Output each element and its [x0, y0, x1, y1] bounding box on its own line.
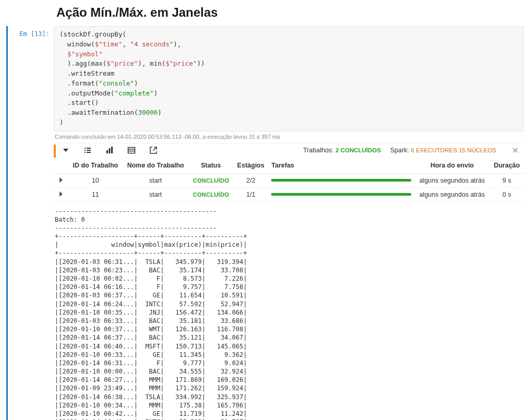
jobs-label: Trabalhos:	[303, 147, 334, 154]
code-input[interactable]: (stockDf.groupBy( window($"time", "4 sec…	[54, 26, 524, 131]
cell-id: 11	[68, 187, 123, 201]
progress-bar	[271, 179, 411, 182]
col-duration: Duração	[490, 159, 524, 174]
open-external-icon[interactable]	[149, 146, 158, 155]
status-badge: CONCLUÍDO	[193, 191, 229, 198]
col-tasks: Tarefas	[268, 159, 414, 174]
svg-rect-6	[106, 150, 108, 153]
cell-submitted: alguns segundos atrás	[414, 187, 490, 201]
expand-row-icon[interactable]	[59, 177, 63, 183]
progress-bar	[271, 193, 411, 196]
svg-rect-9	[128, 148, 135, 153]
table-view-icon[interactable]	[127, 146, 136, 155]
cell-stages: 2/2	[233, 173, 268, 187]
svg-rect-1	[87, 148, 91, 149]
svg-rect-4	[85, 152, 86, 153]
cell-duration: 9 s	[490, 173, 524, 187]
col-status: Status	[189, 159, 233, 174]
svg-rect-7	[109, 148, 111, 153]
cell-submitted: alguns segundos atrás	[414, 173, 490, 187]
svg-rect-3	[87, 150, 91, 151]
svg-rect-5	[87, 152, 91, 153]
page-title: Ação Mín./Máx. em Janelas	[56, 5, 528, 20]
cell-duration: 0 s	[490, 187, 524, 201]
cell-name: start	[123, 173, 189, 187]
list-view-icon[interactable]	[83, 146, 92, 155]
close-icon[interactable]: ✕	[510, 146, 521, 155]
svg-rect-2	[85, 150, 86, 151]
svg-rect-0	[85, 148, 86, 149]
console-output: ----------------------------------------…	[54, 202, 524, 421]
table-row: 11startCONCLUÍDO1/1alguns segundos atrás…	[54, 187, 524, 201]
col-id: ID do Trabalho	[68, 159, 123, 174]
cell-id: 10	[68, 173, 123, 187]
col-expand	[54, 159, 68, 174]
execution-info: Comando concluído em 14-01-2020 00:53:56…	[54, 131, 524, 143]
cell-name: start	[123, 187, 189, 201]
col-stages: Estágios	[233, 159, 268, 174]
spark-label: Spark:	[390, 147, 409, 154]
table-row: 10startCONCLUÍDO2/2alguns segundos atrás…	[54, 173, 524, 187]
cell-stages: 1/1	[233, 187, 268, 201]
input-prompt: Em [13]:	[8, 26, 54, 38]
spark-info[interactable]: 6 EXECUTORES 15 NÚCLEOS	[411, 147, 496, 153]
cell: Em [13]: (stockDf.groupBy( window($"time…	[6, 26, 528, 420]
col-name: Nome do Trabalho	[123, 159, 189, 174]
svg-rect-8	[111, 147, 113, 153]
status-badge: CONCLUÍDO	[193, 177, 229, 184]
bar-chart-icon[interactable]	[105, 146, 114, 155]
jobs-count[interactable]: 2 CONCLUÍDOS	[335, 147, 381, 153]
jobs-table: ID do Trabalho Nome do Trabalho Status E…	[54, 159, 524, 202]
jobs-bar: Trabalhos: 2 CONCLUÍDOS Spark: 6 EXECUTO…	[54, 145, 524, 158]
collapse-toggle-icon[interactable]	[61, 146, 70, 155]
expand-row-icon[interactable]	[59, 191, 63, 197]
col-submitted: Hora do envio	[414, 159, 490, 174]
